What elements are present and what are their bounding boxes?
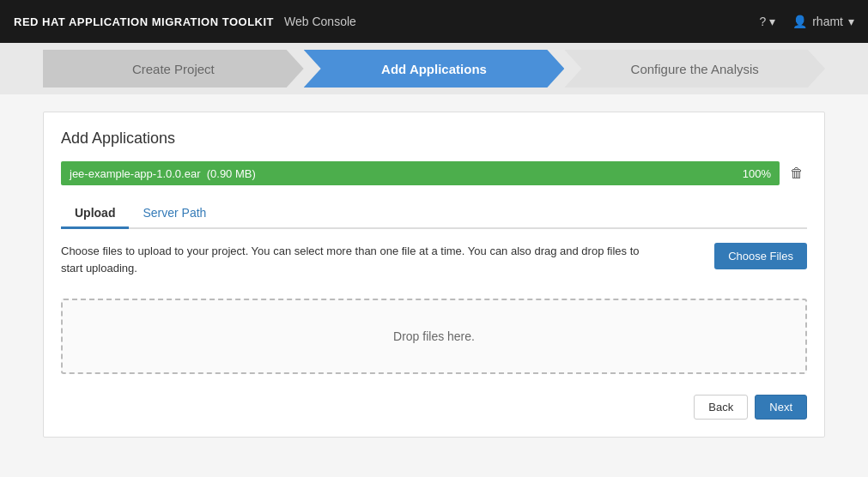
footer-buttons: Back Next	[61, 388, 807, 420]
help-chevron-icon: ▾	[769, 15, 775, 28]
progress-filename: jee-example-app-1.0.0.ear (0.90 MB)	[70, 167, 743, 180]
tab-server-path[interactable]: Server Path	[129, 199, 220, 229]
help-icon: ?	[759, 15, 766, 28]
choose-files-button[interactable]: Choose Files	[714, 243, 807, 269]
user-name-text: rhamt	[812, 15, 843, 28]
wizard-step-label: Create Project	[132, 62, 215, 76]
progress-bar: jee-example-app-1.0.0.ear (0.90 MB) 100%	[61, 161, 780, 185]
add-applications-card: Add Applications jee-example-app-1.0.0.e…	[43, 112, 825, 438]
wizard-steps: Create Project Add Applications Configur…	[0, 43, 868, 94]
wizard-step-create-project[interactable]: Create Project	[43, 50, 304, 88]
tab-bar: Upload Server Path	[61, 199, 807, 229]
tab-upload[interactable]: Upload	[61, 199, 129, 229]
next-button[interactable]: Next	[755, 395, 807, 420]
delete-file-button[interactable]: 🗑	[786, 162, 807, 184]
user-menu[interactable]: 👤 rhamt ▾	[792, 15, 854, 28]
back-button[interactable]: Back	[694, 395, 748, 420]
progress-percent: 100%	[743, 167, 771, 180]
drop-zone-text: Drop files here.	[393, 329, 475, 343]
navbar-brand: RED HAT APPLICATION MIGRATION TOOLKIT We…	[14, 15, 356, 28]
brand-sub-text: Web Console	[284, 15, 356, 28]
wizard-step-configure-analysis[interactable]: Configure the Analysis	[564, 50, 825, 88]
user-chevron-icon: ▾	[848, 15, 854, 28]
upload-top-row: Choose files to upload to your project. …	[61, 243, 807, 290]
brand-main-text: RED HAT APPLICATION MIGRATION TOOLKIT	[14, 15, 274, 28]
navbar-right: ? ▾ 👤 rhamt ▾	[759, 15, 854, 28]
navbar: RED HAT APPLICATION MIGRATION TOOLKIT We…	[0, 0, 868, 43]
card-title: Add Applications	[61, 130, 807, 148]
wizard-step-add-applications[interactable]: Add Applications	[304, 50, 565, 88]
help-menu[interactable]: ? ▾	[759, 15, 775, 28]
main-content: Add Applications jee-example-app-1.0.0.e…	[0, 94, 868, 455]
wizard-step-label: Add Applications	[381, 62, 487, 76]
wizard-step-label: Configure the Analysis	[631, 62, 759, 76]
drop-zone[interactable]: Drop files here.	[61, 299, 807, 374]
progress-row: jee-example-app-1.0.0.ear (0.90 MB) 100%…	[61, 161, 807, 185]
upload-section: Choose files to upload to your project. …	[61, 243, 807, 374]
user-avatar-icon: 👤	[792, 15, 807, 28]
trash-icon: 🗑	[790, 166, 804, 181]
upload-description: Choose files to upload to your project. …	[61, 243, 645, 276]
